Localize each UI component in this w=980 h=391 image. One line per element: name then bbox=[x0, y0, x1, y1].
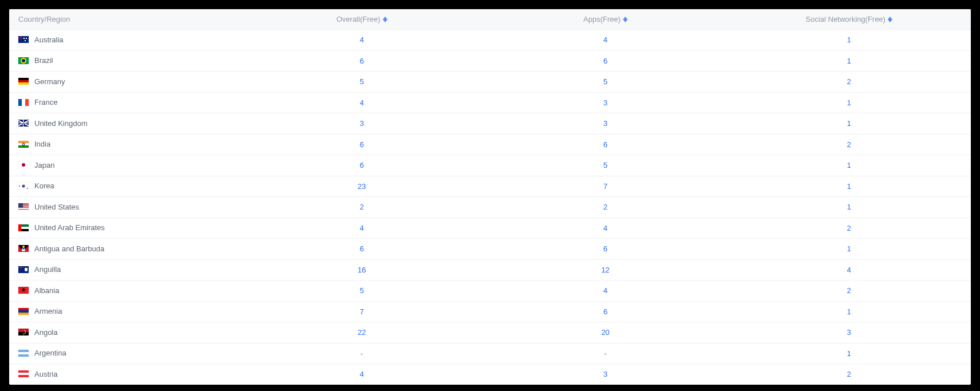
overall-rank-cell[interactable]: 4 bbox=[240, 30, 484, 51]
social-rank-cell[interactable]: 1 bbox=[727, 343, 971, 364]
country-cell[interactable]: Australia bbox=[9, 30, 240, 51]
overall-rank-cell[interactable]: 6 bbox=[240, 134, 484, 155]
flag-icon-gb bbox=[18, 120, 29, 127]
flag-icon-am bbox=[18, 308, 29, 315]
social-rank-cell[interactable]: 1 bbox=[727, 239, 971, 260]
overall-rank-cell[interactable]: 6 bbox=[240, 50, 484, 72]
flag-icon-fr bbox=[18, 99, 29, 106]
flag-icon-at bbox=[18, 370, 29, 377]
social-rank-cell[interactable]: 1 bbox=[727, 176, 971, 197]
social-rank-cell[interactable]: 1 bbox=[727, 301, 971, 322]
overall-rank-cell[interactable]: 16 bbox=[240, 259, 484, 281]
flag-icon-ar bbox=[18, 350, 29, 357]
social-rank-cell[interactable]: 2 bbox=[727, 364, 971, 385]
table-row: France431 bbox=[9, 92, 971, 113]
apps-rank-cell[interactable]: - bbox=[484, 343, 727, 364]
overall-rank-cell[interactable]: - bbox=[240, 343, 484, 364]
flag-icon-br bbox=[18, 57, 29, 64]
country-name: United Arab Emirates bbox=[34, 223, 105, 232]
table-header-row: Country/RegionOverall(Free) Apps(Free) S… bbox=[9, 9, 971, 30]
column-header-social[interactable]: Social Networking(Free) bbox=[727, 9, 971, 30]
table-row: Brazil661 bbox=[9, 50, 971, 72]
country-cell[interactable]: United States bbox=[9, 197, 240, 218]
flag-icon-ai bbox=[18, 266, 29, 273]
country-cell[interactable]: Antigua and Barbuda bbox=[9, 239, 240, 260]
country-cell[interactable]: United Arab Emirates bbox=[9, 218, 240, 239]
social-rank-cell[interactable]: 1 bbox=[727, 30, 971, 51]
social-rank-cell[interactable]: 2 bbox=[727, 218, 971, 239]
column-header-country: Country/Region bbox=[9, 9, 240, 30]
country-cell[interactable]: Anguilla bbox=[9, 259, 240, 281]
overall-rank-cell[interactable]: 2 bbox=[240, 197, 484, 218]
overall-rank-cell[interactable]: 6 bbox=[240, 155, 484, 176]
apps-rank-cell[interactable]: 2 bbox=[484, 197, 727, 218]
social-rank-cell[interactable]: 1 bbox=[727, 50, 971, 72]
country-name: United States bbox=[34, 203, 79, 211]
country-cell[interactable]: Angola bbox=[9, 322, 240, 343]
column-header-label: Social Networking(Free) bbox=[806, 15, 885, 23]
apps-rank-cell[interactable]: 4 bbox=[484, 218, 727, 239]
country-cell[interactable]: Germany bbox=[9, 72, 240, 93]
country-cell[interactable]: Albania bbox=[9, 281, 240, 302]
country-cell[interactable]: United Kingdom bbox=[9, 113, 240, 135]
apps-rank-cell[interactable]: 12 bbox=[484, 259, 727, 281]
country-cell[interactable]: France bbox=[9, 92, 240, 113]
social-rank-cell[interactable]: 1 bbox=[727, 197, 971, 218]
apps-rank-cell[interactable]: 3 bbox=[484, 92, 727, 113]
column-header-label: Apps(Free) bbox=[583, 15, 621, 23]
apps-rank-cell[interactable]: 3 bbox=[484, 113, 727, 135]
social-rank-cell[interactable]: 4 bbox=[727, 259, 971, 281]
table-row: Germany552 bbox=[9, 72, 971, 93]
country-cell[interactable]: Korea bbox=[9, 176, 240, 197]
apps-rank-cell[interactable]: 4 bbox=[484, 30, 727, 51]
sort-icon bbox=[888, 17, 892, 22]
apps-rank-cell[interactable]: 6 bbox=[484, 301, 727, 322]
flag-icon-kr bbox=[18, 183, 29, 189]
social-rank-cell[interactable]: 2 bbox=[727, 281, 971, 302]
social-rank-cell[interactable]: 1 bbox=[727, 92, 971, 113]
country-cell[interactable]: Brazil bbox=[9, 50, 240, 72]
social-rank-cell[interactable]: 2 bbox=[727, 134, 971, 155]
overall-rank-cell[interactable]: 7 bbox=[240, 301, 484, 322]
social-rank-cell[interactable]: 1 bbox=[727, 113, 971, 135]
apps-rank-cell[interactable]: 20 bbox=[484, 322, 727, 343]
apps-rank-cell[interactable]: 7 bbox=[484, 176, 727, 197]
apps-rank-cell[interactable]: 3 bbox=[484, 364, 727, 385]
column-header-apps[interactable]: Apps(Free) bbox=[484, 9, 727, 30]
apps-rank-cell[interactable]: 6 bbox=[484, 50, 727, 72]
country-name: Argentina bbox=[34, 349, 66, 357]
table-row: United Kingdom331 bbox=[9, 113, 971, 135]
apps-rank-cell[interactable]: 4 bbox=[484, 281, 727, 302]
country-cell[interactable]: Argentina bbox=[9, 343, 240, 364]
country-cell[interactable]: Japan bbox=[9, 155, 240, 176]
overall-rank-cell[interactable]: 3 bbox=[240, 113, 484, 135]
overall-rank-cell[interactable]: 23 bbox=[240, 176, 484, 197]
column-header-overall[interactable]: Overall(Free) bbox=[240, 9, 484, 30]
country-name: Germany bbox=[34, 77, 65, 86]
table-row: India662 bbox=[9, 134, 971, 155]
social-rank-cell[interactable]: 2 bbox=[727, 72, 971, 93]
overall-rank-cell[interactable]: 4 bbox=[240, 364, 484, 385]
overall-rank-cell[interactable]: 22 bbox=[240, 322, 484, 343]
overall-rank-cell[interactable]: 4 bbox=[240, 218, 484, 239]
apps-rank-cell[interactable]: 6 bbox=[484, 239, 727, 260]
country-cell[interactable]: India bbox=[9, 134, 240, 155]
country-cell[interactable]: Armenia bbox=[9, 301, 240, 322]
overall-rank-cell[interactable]: 4 bbox=[240, 92, 484, 113]
apps-rank-cell[interactable]: 5 bbox=[484, 155, 727, 176]
column-header-label: Overall(Free) bbox=[336, 15, 381, 23]
apps-rank-cell[interactable]: 5 bbox=[484, 72, 727, 93]
overall-rank-cell[interactable]: 5 bbox=[240, 72, 484, 93]
country-name: United Kingdom bbox=[34, 119, 88, 128]
table-row: Japan651 bbox=[9, 155, 971, 176]
overall-rank-cell[interactable]: 5 bbox=[240, 281, 484, 302]
table-row: Korea2371 bbox=[9, 176, 971, 197]
overall-rank-cell[interactable]: 6 bbox=[240, 239, 484, 260]
country-cell[interactable]: Austria bbox=[9, 364, 240, 385]
flag-icon-ag bbox=[18, 245, 29, 252]
social-rank-cell[interactable]: 1 bbox=[727, 155, 971, 176]
apps-rank-cell[interactable]: 6 bbox=[484, 134, 727, 155]
table-body: Australia441Brazil661Germany552France431… bbox=[9, 30, 971, 385]
social-rank-cell[interactable]: 3 bbox=[727, 322, 971, 343]
flag-icon-de bbox=[18, 78, 29, 85]
